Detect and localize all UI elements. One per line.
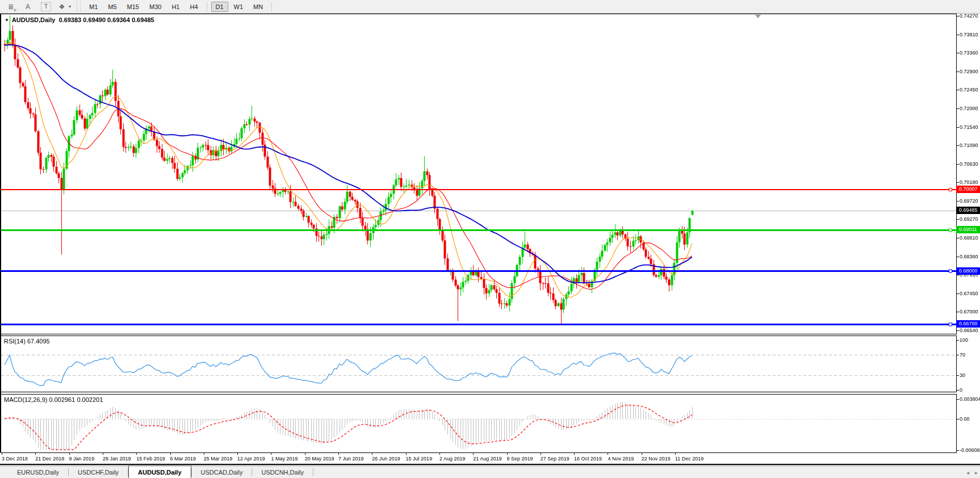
price-axis-tick: 0.73810 bbox=[960, 32, 978, 38]
macd-axis-tick: -0.006082 bbox=[960, 447, 980, 454]
rsi-axis-tick: 30 bbox=[960, 372, 965, 379]
price-axis-tick: 0.70630 bbox=[960, 161, 978, 167]
date-axis-label: 28 Jan 2019 bbox=[103, 456, 131, 462]
date-axis-label: 15 Feb 2019 bbox=[136, 456, 165, 462]
price-axis-tick: 0.68360 bbox=[960, 254, 978, 260]
date-axis-label: 2 Aug 2019 bbox=[439, 456, 466, 462]
chart-tab-usdcad[interactable]: USDCAD,Daily bbox=[192, 466, 252, 478]
price-axis-tick: 0.73360 bbox=[960, 50, 978, 56]
tabs-holder: EURUSD,DailyUSDCHF,DailyAUDUSD,DailyUSDC… bbox=[8, 466, 313, 478]
timeframe-button-h4[interactable]: H4 bbox=[185, 2, 202, 12]
timeframe-button-m5[interactable]: M5 bbox=[103, 2, 121, 12]
timeframe-button-w1[interactable]: W1 bbox=[229, 2, 248, 12]
chart-canvas[interactable] bbox=[0, 0, 980, 466]
hline-price-tag: 0.69011 bbox=[956, 226, 980, 233]
date-axis-label: 22 Nov 2019 bbox=[642, 456, 671, 462]
toolbar-separator bbox=[77, 2, 81, 12]
rsi-indicator-label: RSI(14) 67.4095 bbox=[4, 338, 50, 345]
chart-tab-eurusd[interactable]: EURUSD,Daily bbox=[8, 466, 68, 478]
date-axis-label: 12 Apr 2019 bbox=[237, 456, 265, 462]
chart-title: ▼AUDUSD,Daily 0.69383 0.69490 0.69364 0.… bbox=[5, 16, 154, 23]
date-axis-label: 21 Aug 2019 bbox=[473, 456, 502, 462]
macd-indicator-label: MACD(12,26,9) 0.002961 0.002201 bbox=[4, 396, 103, 403]
macd-axis-tick: 0.003804 bbox=[960, 396, 980, 402]
timeframe-button-h1[interactable]: H1 bbox=[167, 2, 184, 12]
timeframe-button-mn[interactable]: MN bbox=[249, 2, 267, 12]
tab-separator bbox=[313, 468, 313, 476]
chart-shift-marker-icon[interactable] bbox=[755, 15, 761, 18]
date-axis-label: 9 Sep 2019 bbox=[507, 456, 533, 462]
mt4-chart-window: ≣FAT❖▾M1M5M15M30H1H4D1W1MN ▼AUDUSD,Daily… bbox=[0, 0, 980, 478]
chart-title-symbol: AUDUSD,Daily bbox=[12, 16, 55, 23]
timeframe-button-d1[interactable]: D1 bbox=[211, 2, 228, 12]
chart-tab-audusd[interactable]: AUDUSD,Daily bbox=[128, 466, 191, 478]
date-axis-label: 27 Sep 2019 bbox=[541, 456, 569, 462]
hline-price-tag: 0.66700 bbox=[956, 320, 980, 328]
date-axis-label: 11 Dec 2019 bbox=[675, 456, 703, 462]
timeframe-button-m1[interactable]: M1 bbox=[85, 2, 102, 12]
tab-scroll-left-icon[interactable]: ◂ bbox=[966, 469, 969, 476]
price-axis-tick: 0.70180 bbox=[960, 179, 978, 186]
rsi-axis-tick: 70 bbox=[960, 352, 965, 358]
date-axis-label: 7 Jun 2019 bbox=[338, 456, 364, 462]
chart-tab-bar: EURUSD,DailyUSDCHF,DailyAUDUSD,DailyUSDC… bbox=[0, 466, 980, 478]
price-axis-tick: 0.72000 bbox=[960, 106, 978, 112]
toolbar-separator bbox=[271, 2, 272, 11]
date-axis-label: 26 Jun 2019 bbox=[372, 456, 400, 462]
fibonacci-icon-sub: F bbox=[14, 9, 16, 12]
price-axis-tick: 0.68810 bbox=[960, 235, 978, 241]
toolbar-separator bbox=[207, 2, 207, 11]
fibonacci-icon[interactable]: ≣F bbox=[5, 2, 17, 12]
macd-axis-tick: 0.00 bbox=[960, 416, 970, 422]
price-axis-tick: 0.67450 bbox=[960, 291, 978, 297]
arrows-icon[interactable]: ❖ bbox=[56, 2, 68, 12]
chart-tab-usdcnh[interactable]: USDCNH,Daily bbox=[252, 466, 313, 478]
date-axis-label: 4 Nov 2019 bbox=[608, 456, 634, 462]
price-axis-tick: 0.66540 bbox=[960, 328, 978, 334]
chart-tab-usdchf[interactable]: USDCHF,Daily bbox=[69, 466, 128, 478]
current-price-tag: 0.69485 bbox=[956, 207, 980, 214]
date-axis-label: 6 Mar 2019 bbox=[170, 456, 196, 462]
date-axis-label: 21 Dec 2018 bbox=[35, 456, 64, 462]
date-axis-label: 3 Dec 2018 bbox=[2, 456, 28, 462]
rsi-axis-tick: 100 bbox=[960, 337, 968, 343]
tabbar-spacer bbox=[0, 466, 8, 478]
chart-title-ohlc: 0.69383 0.69490 0.69364 0.69485 bbox=[58, 16, 154, 23]
date-axis-label: 25 Mar 2019 bbox=[204, 456, 233, 462]
text-label-icon[interactable]: T bbox=[41, 2, 51, 11]
date-axis-label: 16 Oct 2019 bbox=[574, 456, 602, 462]
dropdown-caret-icon[interactable]: ▾ bbox=[69, 4, 71, 9]
price-axis-tick: 0.69270 bbox=[960, 216, 978, 223]
tab-scroll-controls: ◂ ▸ bbox=[966, 466, 978, 478]
price-axis-tick: 0.71090 bbox=[960, 142, 978, 149]
date-axis-label: 20 May 2019 bbox=[305, 456, 334, 462]
hline-price-tag: 0.68000 bbox=[956, 267, 980, 275]
date-axis-label: 9 Jan 2019 bbox=[69, 456, 95, 462]
price-axis-tick: 0.72450 bbox=[960, 87, 978, 93]
price-axis-tick: 0.74270 bbox=[960, 13, 978, 19]
rsi-axis-tick: 0 bbox=[960, 387, 962, 393]
timeframe-button-m15[interactable]: M15 bbox=[123, 2, 144, 12]
chart-toolbar: ≣FAT❖▾M1M5M15M30H1H4D1W1MN bbox=[0, 0, 980, 14]
tab-scroll-right-icon[interactable]: ▸ bbox=[975, 469, 978, 476]
timeframe-button-m30[interactable]: M30 bbox=[145, 2, 166, 12]
window-menu-icon[interactable]: ▼ bbox=[5, 18, 9, 23]
price-axis-tick: 0.71540 bbox=[960, 124, 978, 131]
text-icon[interactable]: A bbox=[22, 2, 34, 12]
price-axis-tick: 0.69720 bbox=[960, 198, 978, 204]
price-axis-tick: 0.67000 bbox=[960, 309, 978, 315]
price-axis-tick: 0.72900 bbox=[960, 69, 978, 75]
hline-price-tag: 0.70007 bbox=[956, 186, 980, 193]
date-axis-label: 1 May 2019 bbox=[271, 456, 298, 462]
date-axis-label: 15 Jul 2019 bbox=[406, 456, 433, 462]
